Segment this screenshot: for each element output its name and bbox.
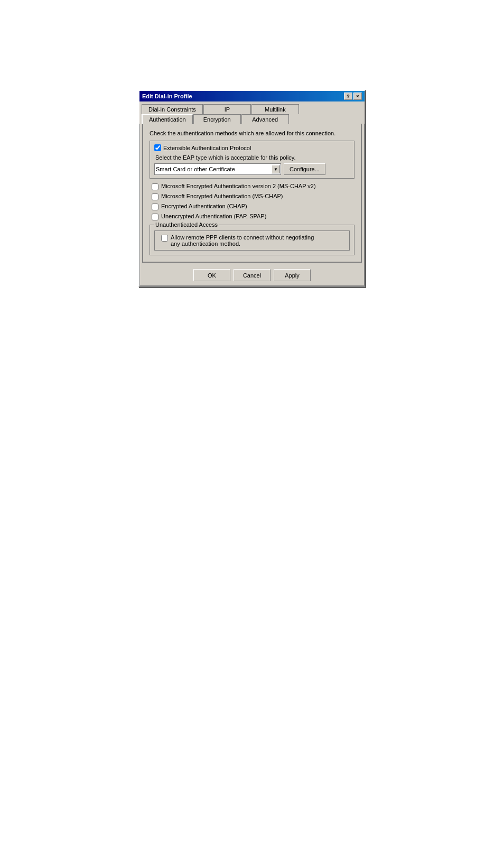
tab-multilink[interactable]: Multilink — [251, 104, 299, 114]
tab-authentication[interactable]: Authentication — [142, 114, 193, 124]
tab-advanced[interactable]: Advanced — [241, 114, 289, 124]
unauth-inner-box: Allow remote PPP clients to connect with… — [154, 230, 350, 251]
unauth-checkbox[interactable] — [161, 235, 168, 242]
title-bar-buttons: ? × — [344, 93, 362, 100]
tab-dial-in-constraints[interactable]: Dial-in Constraints — [142, 104, 203, 114]
unauthenticated-access-group: Unauthenticated Access Allow remote PPP … — [150, 225, 354, 255]
dialog-title: Edit Dial-in Profile — [142, 93, 192, 99]
unauth-checkbox-row: Allow remote PPP clients to connect with… — [159, 234, 345, 247]
eap-dropdown-area: Smart Card or other Certificate ▼ Config… — [154, 163, 350, 175]
configure-button[interactable]: Configure... — [284, 163, 325, 175]
checkbox-chap: Encrypted Authentication (CHAP) — [150, 203, 354, 210]
eap-group-label: Extensible Authentication Protocol — [163, 145, 251, 151]
apply-button[interactable]: Apply — [274, 269, 311, 281]
help-button[interactable]: ? — [344, 93, 352, 100]
ok-button[interactable]: OK — [193, 269, 230, 281]
button-row: OK Cancel Apply — [140, 265, 364, 285]
tab-content: Check the authentication methods which a… — [139, 124, 365, 286]
checkbox-mschapv2: Microsoft Encrypted Authentication versi… — [150, 183, 354, 190]
mschapv2-label: Microsoft Encrypted Authentication versi… — [161, 183, 316, 189]
eap-checkbox[interactable] — [154, 144, 161, 151]
close-button[interactable]: × — [353, 93, 362, 100]
chap-label: Encrypted Authentication (CHAP) — [161, 203, 247, 209]
title-bar: Edit Dial-in Profile ? × — [139, 91, 365, 101]
cancel-button[interactable]: Cancel — [234, 269, 270, 281]
eap-group: Extensible Authentication Protocol Selec… — [150, 141, 354, 179]
pap-checkbox[interactable] — [152, 214, 158, 220]
eap-sub-text: Select the EAP type which is acceptable … — [155, 154, 350, 161]
instruction-text: Check the authentication methods which a… — [150, 130, 354, 136]
checkbox-mschap: Microsoft Encrypted Authentication (MS-C… — [150, 193, 354, 200]
eap-header: Extensible Authentication Protocol — [154, 144, 350, 151]
edit-dial-in-profile-dialog: Edit Dial-in Profile ? × Dial-in Constra… — [138, 90, 366, 287]
tabs-bottom-row: Authentication Encryption Advanced — [139, 114, 365, 124]
chap-checkbox[interactable] — [152, 204, 158, 210]
tabs-top-row: Dial-in Constraints IP Multilink — [139, 101, 365, 114]
mschapv2-checkbox[interactable] — [152, 183, 158, 190]
mschap-label: Microsoft Encrypted Authentication (MS-C… — [161, 193, 283, 199]
pap-label: Unencrypted Authentication (PAP, SPAP) — [161, 213, 266, 219]
eap-dropdown-wrapper: Smart Card or other Certificate ▼ — [154, 163, 281, 175]
eap-type-dropdown[interactable]: Smart Card or other Certificate — [154, 163, 281, 175]
unauth-group-label: Unauthenticated Access — [154, 221, 219, 228]
tab-encryption[interactable]: Encryption — [193, 114, 241, 124]
tab-ip[interactable]: IP — [203, 104, 251, 114]
mschap-checkbox[interactable] — [152, 193, 158, 200]
content-area: Check the authentication methods which a… — [142, 124, 362, 263]
unauth-checkbox-label: Allow remote PPP clients to connect with… — [171, 234, 314, 247]
checkbox-pap: Unencrypted Authentication (PAP, SPAP) — [150, 213, 354, 220]
